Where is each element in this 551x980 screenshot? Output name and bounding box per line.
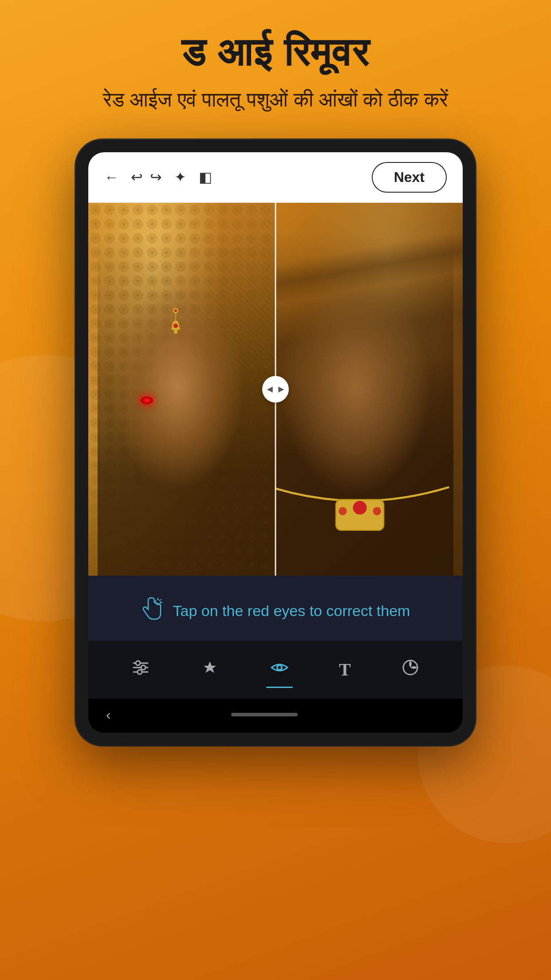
- tool-adjust[interactable]: [122, 653, 159, 686]
- toolbar-left: ← ↩ ↪ ✦ ◧: [104, 169, 212, 186]
- toolbar: ← ↩ ↪ ✦ ◧ Next: [88, 152, 463, 203]
- svg-point-9: [353, 501, 366, 515]
- compare-icon[interactable]: ◧: [199, 169, 212, 186]
- svg-point-21: [141, 665, 146, 670]
- phone-screen: ← ↩ ↪ ✦ ◧ Next: [88, 152, 463, 733]
- app-subtitle: रेड आईज एवं पालतू पशुओं की आंखों को ठीक …: [76, 87, 475, 113]
- svg-point-5: [171, 327, 174, 330]
- arrow-right-icon: ►: [276, 383, 286, 395]
- svg-point-11: [373, 507, 381, 516]
- tool-red-eye[interactable]: [261, 653, 298, 686]
- retouch-icon: [401, 658, 420, 682]
- tool-heal[interactable]: [191, 653, 228, 686]
- photo-comparison-area[interactable]: ◄ ►: [88, 203, 463, 576]
- svg-point-10: [338, 507, 347, 516]
- svg-point-20: [136, 661, 140, 665]
- instruction-content: Tap on the red eyes to correct them: [141, 597, 410, 625]
- page-container: ड आई रिमूवर रेड आईज एवं पालतू पशुओं की आ…: [0, 0, 551, 980]
- svg-point-24: [278, 666, 281, 669]
- comparison-divider-handle[interactable]: ◄ ►: [262, 376, 289, 403]
- back-icon[interactable]: ←: [104, 169, 118, 186]
- heal-icon: [200, 658, 220, 682]
- nav-bar: ‹: [88, 699, 463, 733]
- svg-point-4: [173, 324, 178, 328]
- tool-retouch[interactable]: [392, 653, 429, 686]
- svg-point-6: [177, 327, 180, 330]
- tool-text[interactable]: T: [330, 655, 360, 684]
- eye-icon: [270, 658, 289, 682]
- necklace-jewelry: [276, 480, 463, 516]
- phone-mockup: ← ↩ ↪ ✦ ◧ Next: [76, 140, 475, 745]
- face-gradient-left: [98, 233, 276, 576]
- instruction-panel: Tap on the red eyes to correct them: [88, 576, 463, 641]
- svg-line-15: [161, 599, 161, 600]
- photo-before: [88, 203, 276, 576]
- arrow-left-icon: ◄: [265, 383, 275, 395]
- face-area-left: [98, 233, 276, 576]
- redo-icon[interactable]: ↪: [150, 169, 162, 186]
- next-button[interactable]: Next: [372, 162, 447, 193]
- nav-back-icon[interactable]: ‹: [106, 707, 111, 723]
- history-icons: ↩ ↪: [131, 169, 162, 186]
- instruction-text: Tap on the red eyes to correct them: [173, 602, 410, 620]
- text-icon: T: [339, 659, 351, 680]
- adjust-icon: [131, 658, 150, 682]
- undo-icon[interactable]: ↩: [131, 169, 143, 186]
- divider-arrows: ◄ ►: [265, 383, 286, 395]
- svg-point-1: [174, 309, 177, 312]
- magic-icon[interactable]: ✦: [174, 169, 186, 186]
- tap-gesture-icon: [141, 597, 162, 625]
- photo-after: [276, 203, 463, 576]
- bottom-toolbar: T: [88, 641, 463, 699]
- svg-point-12: [356, 519, 363, 526]
- maang-tikka-jewelry: [167, 307, 185, 338]
- app-title: ड आई रिमूवर: [181, 31, 370, 74]
- svg-point-22: [138, 670, 142, 674]
- svg-point-7: [174, 330, 177, 334]
- home-indicator[interactable]: [231, 713, 298, 716]
